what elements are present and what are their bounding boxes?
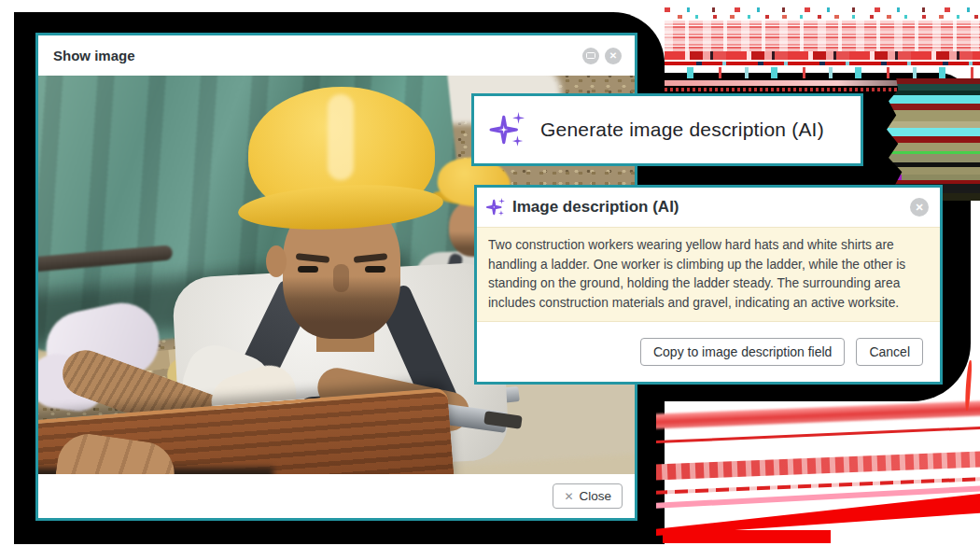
image-description-footer: Copy to image description field Cancel (477, 322, 940, 382)
close-icon[interactable]: ✕ (910, 198, 929, 217)
copy-to-description-button[interactable]: Copy to image description field (640, 338, 845, 366)
show-image-dialog-header: Show image ✕ (38, 35, 635, 76)
generate-description-label: Generate image description (AI) (540, 119, 824, 141)
image-description-header: Image description (AI) ✕ (477, 188, 940, 227)
ai-description-text: Two construction workers wearing yellow … (477, 227, 940, 322)
close-icon[interactable]: ✕ (605, 48, 622, 64)
cancel-button[interactable]: Cancel (856, 338, 923, 366)
show-image-title: Show image (53, 48, 582, 63)
close-button[interactable]: ✕ Close (553, 483, 623, 509)
stage: Show image ✕ (0, 0, 980, 560)
generate-description-panel[interactable]: Generate image description (AI) (471, 93, 863, 166)
show-image-dialog-footer: ✕ Close (38, 474, 635, 518)
close-button-label: Close (579, 489, 611, 503)
ai-sparkles-icon (486, 197, 507, 217)
minimize-icon[interactable] (582, 48, 599, 64)
ai-sparkles-icon (489, 110, 528, 149)
glitch-red-bar (663, 530, 831, 543)
image-description-title: Image description (AI) (512, 198, 904, 217)
close-x-icon: ✕ (564, 490, 573, 503)
image-description-dialog: Image description (AI) ✕ Two constructio… (474, 185, 943, 385)
glitch-band-bottom-right (656, 399, 980, 547)
